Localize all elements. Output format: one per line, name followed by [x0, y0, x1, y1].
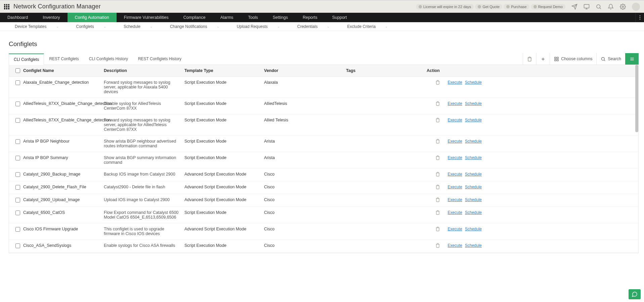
main-nav-item-reports[interactable]: Reports [295, 13, 325, 22]
tab-rest-configlets[interactable]: REST Configlets [44, 53, 84, 65]
apps-grid-icon[interactable] [4, 4, 9, 9]
top-pills: License will expire in 22 daysGet QuoteP… [415, 4, 565, 9]
delete-button[interactable] [523, 53, 536, 65]
execute-link[interactable]: Execute [448, 101, 462, 106]
sub-nav-item-device-templates[interactable]: Device Templates⌄ [6, 24, 68, 29]
sub-nav-item-exclude-criteria[interactable]: Exclude Criteria⌄ [338, 24, 396, 29]
execute-link[interactable]: Execute [448, 80, 462, 85]
execute-link[interactable]: Execute [448, 185, 462, 189]
monitor-icon[interactable] [584, 4, 590, 10]
sub-nav-item-change-notifications[interactable]: Change Notifications⌄ [161, 24, 228, 29]
sub-nav-item-credentials[interactable]: Credentials⌄ [289, 24, 339, 29]
top-pill-2[interactable]: Purchase [504, 4, 529, 9]
row-checkbox[interactable] [15, 243, 20, 248]
trash-icon[interactable] [435, 210, 440, 216]
execute-link[interactable]: Execute [448, 155, 462, 160]
row-checkbox[interactable] [15, 139, 20, 144]
column-header-type[interactable]: Template Type [184, 68, 264, 73]
trash-icon[interactable] [435, 197, 440, 203]
tab-rest-configlets-history[interactable]: REST Configlets History [133, 53, 186, 65]
column-header-vendor[interactable]: Vendor [264, 68, 346, 73]
column-header-tags[interactable]: Tags [346, 68, 427, 73]
execute-link[interactable]: Execute [448, 197, 462, 202]
main-nav-item-firmware-vulnerabilities[interactable]: Firmware Vulnerabilities [117, 13, 176, 22]
trash-icon[interactable] [435, 80, 440, 86]
row-checkbox[interactable] [15, 198, 20, 202]
schedule-link[interactable]: Schedule [465, 118, 482, 122]
top-pill-3[interactable]: Request Demo [531, 4, 565, 9]
row-checkbox[interactable] [15, 185, 20, 190]
trash-icon[interactable] [435, 155, 440, 161]
execute-link[interactable]: Execute [448, 172, 462, 177]
main-nav-item-support[interactable]: Support [325, 13, 354, 22]
schedule-link[interactable]: Schedule [465, 172, 482, 177]
table-row: Catalyst_6500_CatOSFlow Export command f… [9, 207, 638, 223]
trash-icon[interactable] [435, 101, 440, 107]
row-checkbox[interactable] [15, 227, 20, 232]
trash-icon[interactable] [435, 139, 440, 145]
trash-icon[interactable] [435, 243, 440, 249]
sub-nav-item-upload-requests[interactable]: Upload Requests⌄ [228, 24, 289, 29]
execute-link[interactable]: Execute [448, 243, 462, 248]
row-checkbox[interactable] [15, 118, 20, 123]
search-label: Search [608, 56, 621, 61]
search-icon[interactable] [596, 4, 602, 10]
main-nav-item-config-automation[interactable]: Config Automation [68, 13, 117, 22]
schedule-link[interactable]: Schedule [465, 185, 482, 189]
top-pill-0[interactable]: License will expire in 22 days [416, 4, 474, 9]
paper-plane-icon[interactable] [571, 4, 577, 10]
schedule-link[interactable]: Schedule [465, 197, 482, 202]
main-nav-item-compliance[interactable]: Compliance [176, 13, 213, 22]
trash-icon[interactable] [435, 227, 440, 232]
main-nav-item-settings[interactable]: Settings [265, 13, 295, 22]
column-header-action[interactable]: Action [427, 68, 454, 73]
schedule-link[interactable]: Schedule [465, 243, 482, 248]
execute-link[interactable]: Execute [448, 118, 462, 122]
profile-avatar[interactable] [632, 3, 640, 11]
column-header-name[interactable]: Configlet Name [23, 68, 104, 73]
schedule-link[interactable]: Schedule [465, 227, 482, 231]
sub-nav-label: Configlets [76, 24, 94, 29]
scrollbar-thumb[interactable] [635, 65, 638, 132]
trash-icon[interactable] [435, 172, 440, 178]
row-checkbox[interactable] [15, 172, 20, 177]
bell-icon[interactable] [608, 4, 614, 10]
sub-nav-item-configlets[interactable]: Configlets⌄ [68, 24, 115, 29]
tab-cli-configlets-history[interactable]: CLI Configlets History [84, 53, 133, 65]
main-nav-more-icon[interactable] [635, 13, 644, 22]
search-button[interactable]: Search [596, 53, 625, 65]
main-nav-item-dashboard[interactable]: Dashboard [0, 13, 35, 22]
svg-point-5 [639, 19, 640, 20]
configlet-name: AlliedTelesis_87XX_Disable_Change_detect… [23, 101, 100, 106]
execute-link[interactable]: Execute [448, 227, 462, 231]
main-nav-item-tools[interactable]: Tools [241, 13, 265, 22]
row-checkbox[interactable] [15, 156, 20, 160]
main-nav-item-inventory[interactable]: Inventory [35, 13, 67, 22]
trash-icon[interactable] [435, 185, 440, 190]
execute-link[interactable]: Execute [448, 139, 462, 144]
main-nav-item-alarms[interactable]: Alarms [213, 13, 241, 22]
column-header-desc[interactable]: Description [104, 68, 184, 73]
tab-cli-configlets[interactable]: CLI Configlets [9, 53, 44, 65]
select-all-checkbox[interactable] [15, 68, 20, 73]
schedule-link[interactable]: Schedule [465, 101, 482, 106]
chevron-down-icon: ⌄ [150, 25, 153, 28]
trash-icon[interactable] [435, 118, 440, 123]
schedule-link[interactable]: Schedule [465, 139, 482, 144]
schedule-link[interactable]: Schedule [465, 155, 482, 160]
row-checkbox[interactable] [15, 80, 20, 85]
schedule-link[interactable]: Schedule [465, 210, 482, 215]
add-button[interactable] [536, 53, 550, 65]
hamburger-menu-button[interactable] [625, 53, 639, 65]
sub-nav-item-schedule[interactable]: Schedule⌄ [115, 24, 161, 29]
choose-columns-button[interactable]: Choose columns [550, 53, 596, 65]
execute-link[interactable]: Execute [448, 210, 462, 215]
row-checkbox[interactable] [15, 102, 20, 106]
configlet-name: Catalyst_6500_CatOS [23, 210, 100, 215]
gear-icon[interactable] [620, 4, 626, 10]
schedule-link[interactable]: Schedule [465, 80, 482, 85]
vendor: Allied Telesis [264, 118, 343, 122]
row-checkbox[interactable] [15, 211, 20, 215]
top-pill-1[interactable]: Get Quote [475, 4, 502, 9]
configlet-name: AlliedTelesis_87XX_Enable_Change_detecti… [23, 118, 100, 122]
